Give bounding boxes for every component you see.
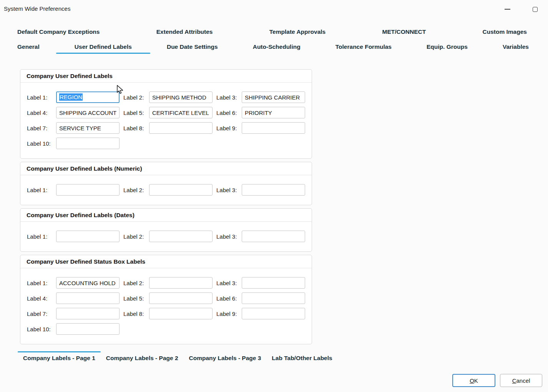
field-label: Label 7: [27, 311, 56, 317]
field-label: Label 4: [27, 295, 56, 302]
ok-button-label: OK [470, 377, 478, 384]
tab-variables[interactable]: Variables [503, 43, 529, 51]
field-label: Label 1: [27, 233, 56, 240]
tab-auto-scheduling[interactable]: Auto-Scheduling [253, 43, 301, 51]
tab-company-labels-page-1[interactable]: Company Labels - Page 1 [18, 351, 101, 364]
field-label: Label 10: [27, 140, 56, 147]
page-tab-strip: Company Labels - Page 1 Company Labels -… [18, 351, 338, 364]
status-label-5-input[interactable] [149, 292, 213, 304]
company-label-3-input[interactable] [242, 91, 305, 103]
group-title: Company User Defined Labels [20, 70, 312, 83]
dates-label-1-input[interactable] [56, 231, 120, 242]
field-label: Label 3: [213, 233, 242, 240]
company-label-6-input[interactable] [242, 107, 305, 118]
tab-template-approvals[interactable]: Template Approvals [269, 28, 325, 36]
field-label: Label 8: [120, 125, 149, 131]
group-fields: Label 1: REGION Label 2: Label 3: Label … [20, 83, 312, 158]
company-label-10-input[interactable] [56, 138, 120, 149]
field-label: Label 1: [27, 94, 56, 101]
field-label: Label 2: [120, 187, 149, 193]
tab-row-1: Default Company Exceptions Extended Attr… [17, 28, 527, 36]
tab-extended-attributes[interactable]: Extended Attributes [156, 28, 213, 36]
group-company-user-defined-labels-numeric: Company User Defined Labels (Numeric) La… [20, 162, 312, 205]
field-label: Label 9: [213, 311, 242, 317]
group-fields: Label 1: Label 2: Label 3: [20, 222, 312, 251]
group-company-user-defined-status-box-labels: Company User Defined Status Box Labels L… [20, 255, 312, 344]
tab-company-labels-page-2[interactable]: Company Labels - Page 2 [101, 351, 184, 364]
field-label: Label 7: [27, 125, 56, 131]
tab-company-labels-page-3[interactable]: Company Labels - Page 3 [184, 351, 267, 364]
tab-lab-tab-other-labels[interactable]: Lab Tab/Other Labels [266, 351, 337, 364]
cancel-button-label: Cancel [512, 377, 530, 384]
numeric-label-1-input[interactable] [56, 184, 120, 196]
numeric-label-3-input[interactable] [242, 184, 305, 196]
status-label-9-input[interactable] [242, 308, 305, 319]
field-label: Label 1: [27, 280, 56, 286]
tab-general[interactable]: General [17, 43, 40, 51]
field-label: Label 3: [213, 187, 242, 193]
field-label: Label 4: [27, 110, 56, 116]
tab-due-date-settings[interactable]: Due Date Settings [167, 43, 218, 51]
tab-user-defined-labels[interactable]: User Defined Labels [75, 43, 132, 51]
group-company-user-defined-labels: Company User Defined Labels Label 1: REG… [20, 69, 312, 159]
maximize-icon [533, 7, 538, 12]
minimize-button[interactable] [502, 4, 513, 15]
field-label: Label 2: [120, 233, 149, 240]
field-label: Label 1: [27, 187, 56, 193]
tab-equip-groups[interactable]: Equip. Groups [427, 43, 468, 51]
field-label: Label 2: [120, 280, 149, 286]
tab-met-connect[interactable]: MET/CONNECT [382, 28, 426, 36]
window-titlebar: System Wide Preferences [0, 0, 548, 18]
field-label: Label 6: [213, 110, 242, 116]
group-fields: Label 1: Label 2: Label 3: [20, 175, 312, 205]
tab-row-2: General User Defined Labels Due Date Set… [17, 43, 529, 51]
maximize-button[interactable] [530, 4, 540, 15]
company-label-2-input[interactable] [149, 91, 213, 103]
field-label: Label 3: [213, 94, 242, 101]
field-label: Label 3: [213, 280, 242, 286]
ok-button[interactable]: OK [452, 374, 495, 387]
status-label-2-input[interactable] [149, 277, 213, 289]
field-label: Label 6: [213, 295, 242, 302]
status-label-6-input[interactable] [242, 292, 305, 304]
dates-label-3-input[interactable] [242, 231, 305, 242]
field-label: Label 8: [120, 311, 149, 317]
group-company-user-defined-labels-dates: Company User Defined Labels (Dates) Labe… [20, 208, 312, 252]
numeric-label-2-input[interactable] [149, 184, 213, 196]
group-title: Company User Defined Labels (Dates) [20, 209, 312, 222]
company-label-9-input[interactable] [242, 122, 305, 134]
status-label-8-input[interactable] [149, 308, 213, 319]
tab-tolerance-formulas[interactable]: Tolerance Formulas [335, 43, 392, 51]
window-title: System Wide Preferences [4, 5, 70, 12]
company-label-1-input[interactable]: REGION [56, 91, 120, 103]
company-label-4-input[interactable] [56, 107, 120, 118]
company-label-5-input[interactable] [149, 107, 213, 118]
status-label-1-input[interactable] [56, 277, 120, 289]
cancel-button[interactable]: Cancel [500, 374, 542, 387]
status-label-4-input[interactable] [56, 292, 120, 304]
status-label-10-input[interactable] [56, 323, 120, 335]
status-label-3-input[interactable] [242, 277, 305, 289]
field-label: Label 2: [120, 94, 149, 101]
company-label-8-input[interactable] [149, 122, 213, 134]
group-fields: Label 1: Label 2: Label 3: Label 4: Labe… [20, 268, 312, 344]
field-label: Label 9: [213, 125, 242, 131]
tab-custom-images[interactable]: Custom Images [483, 28, 527, 36]
group-title: Company User Defined Labels (Numeric) [20, 162, 312, 175]
dates-label-2-input[interactable] [149, 231, 213, 242]
company-label-7-input[interactable] [56, 122, 120, 134]
window-controls [502, 4, 540, 15]
status-label-7-input[interactable] [56, 308, 120, 319]
minimize-icon [505, 9, 510, 10]
field-label: Label 5: [120, 110, 149, 116]
field-label: Label 10: [27, 326, 56, 332]
selected-text: REGION [59, 93, 83, 101]
field-label: Label 5: [120, 295, 149, 302]
tab-default-company-exceptions[interactable]: Default Company Exceptions [17, 28, 100, 36]
group-title: Company User Defined Status Box Labels [20, 255, 312, 268]
